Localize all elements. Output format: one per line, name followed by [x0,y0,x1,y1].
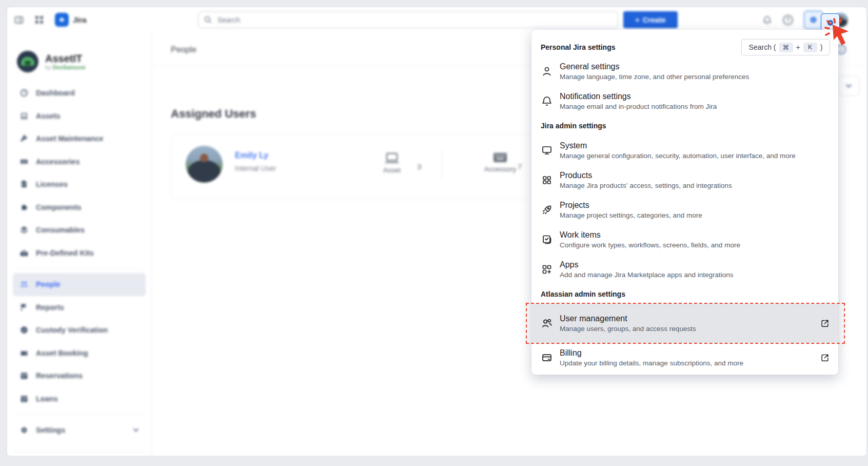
credit-card-icon [541,352,553,364]
app-window: Jira + Create ? [7,7,866,456]
calendar-check-icon [19,394,29,403]
laptop-icon [384,152,400,164]
menu-item-apps[interactable]: Apps Add and manage Jira Marketplace app… [531,255,838,284]
plus-icon: + [635,16,639,24]
settings-dropdown-menu: Personal Jira settings Search ( ⌘ + K ) … [531,30,838,375]
sidebar-item-pre-defined-kits[interactable]: Pre-Defined Kits [13,242,146,265]
global-search [198,11,618,28]
menu-header: Personal Jira settings Search ( ⌘ + K ) [531,30,838,56]
sidebar-item-custody-verification[interactable]: Custody Verification [13,319,146,342]
external-link-icon [820,353,830,363]
menu-item-general-settings[interactable]: General settings Manage language, time z… [531,56,838,86]
sidebar-item-accessories[interactable]: Accessories [13,150,146,173]
laptop-icon [19,111,29,121]
sidebar-toggle-icon[interactable] [14,15,24,25]
app-brand: AssetIT by DevSamurai [17,50,142,73]
asset-stat: Asset [372,152,411,174]
sidebar-divider [14,451,145,452]
create-button[interactable]: + Create [623,11,678,28]
page-title: People [171,45,196,54]
settings-gear-button[interactable] [821,13,840,32]
accessory-stat: Accessory [481,152,520,173]
chevron-down-icon [133,428,139,432]
menu-item-products[interactable]: Products Manage Jira products' access, s… [531,165,838,195]
user-name-link[interactable]: Emily Ly [235,151,268,160]
jira-wordmark: Jira [73,15,87,24]
menu-item-projects[interactable]: Projects Manage project settings, catego… [531,195,838,225]
sidebar-item-components[interactable]: Components [13,196,146,219]
jira-logo-icon [55,13,69,27]
menu-item-billing[interactable]: Billing Update your billing details, man… [531,343,838,373]
toolbox-icon [19,248,29,258]
section-header-jira-admin: Jira admin settings [531,116,838,135]
menu-item-notification-settings[interactable]: Notification settings Manage email and i… [531,86,838,116]
accessory-count: 7 [518,162,522,171]
asset-count: 3 [417,162,421,171]
menu-item-work-items[interactable]: Work items Configure work types, workflo… [531,225,838,255]
gear-icon [19,425,29,435]
section-header-personal: Personal Jira settings [541,43,616,51]
license-document-icon [19,180,29,189]
puzzle-icon [19,203,29,212]
layers-icon [19,225,29,235]
flag-icon [19,303,29,312]
badge-check-icon [19,325,29,335]
users-icon [541,317,553,329]
k-key: K [803,43,817,52]
sidebar-item-assets[interactable]: Assets [13,105,146,128]
sidebar-item-loans[interactable]: Loans [13,387,146,411]
user-type: Internal User [235,164,276,172]
gauge-icon [19,88,29,98]
assetit-logo [17,51,38,72]
menu-item-system[interactable]: System Manage general configuration, sec… [531,135,838,165]
app-sidebar: AssetIT by DevSamurai Dashboard Assets A… [7,32,152,456]
wrench-icon [19,134,29,143]
menu-item-user-management[interactable]: User management Manage users, groups, an… [531,304,838,343]
sidebar-item-consumables[interactable]: Consumables [13,219,146,242]
stat-divider [442,150,442,179]
monitor-icon [541,144,553,157]
sidebar-item-asset-maintenance[interactable]: Asset Maintenance [13,127,146,150]
calendar-icon [19,371,29,380]
settings-search-shortcut-button[interactable]: Search ( ⌘ + K ) [741,39,830,55]
sidebar-item-settings[interactable]: Settings [13,419,146,442]
sidebar-item-asset-booking[interactable]: Asset Booking [13,342,146,365]
app-name: AssetIT [45,53,85,64]
sidebar-divider [15,414,143,415]
sidebar-divider [15,268,143,269]
external-link-icon [820,318,830,328]
actions-dropdown-button[interactable] [837,76,860,96]
user-photo-avatar[interactable] [186,146,223,183]
top-navigation-bar: Jira + Create ? [7,7,866,33]
sidebar-item-licenses[interactable]: Licenses [13,173,146,196]
app-switcher-icon[interactable] [34,15,45,25]
products-grid-icon [541,174,553,186]
people-icon [19,280,29,289]
keyboard-icon [492,152,508,163]
bell-icon [541,95,553,107]
sidebar-item-reservations[interactable]: Reservations [13,364,146,387]
work-items-icon [541,234,553,246]
sidebar-item-people[interactable]: People [13,273,146,296]
settings-gear-button-blurred [804,11,823,29]
person-icon [541,65,553,77]
notifications-bell-icon[interactable] [762,15,772,25]
ticket-icon [19,348,29,358]
screen: Jira + Create ? [0,0,868,466]
sidebar-item-dashboard[interactable]: Dashboard [13,82,146,105]
section-header-atlassian-admin: Atlassian admin settings [531,284,838,304]
jira-home-link[interactable]: Jira [55,13,87,27]
search-icon [204,15,212,24]
cmd-key: ⌘ [779,43,793,52]
section-title: Assigned Users [171,107,256,121]
rocket-icon [541,204,553,216]
search-input[interactable] [216,15,613,25]
apps-plus-icon [541,263,553,276]
keyboard-icon [19,157,29,166]
help-icon[interactable]: ? [783,15,793,25]
app-byline: by DevSamurai [45,64,85,70]
sidebar-item-reports[interactable]: Reports [13,296,146,319]
